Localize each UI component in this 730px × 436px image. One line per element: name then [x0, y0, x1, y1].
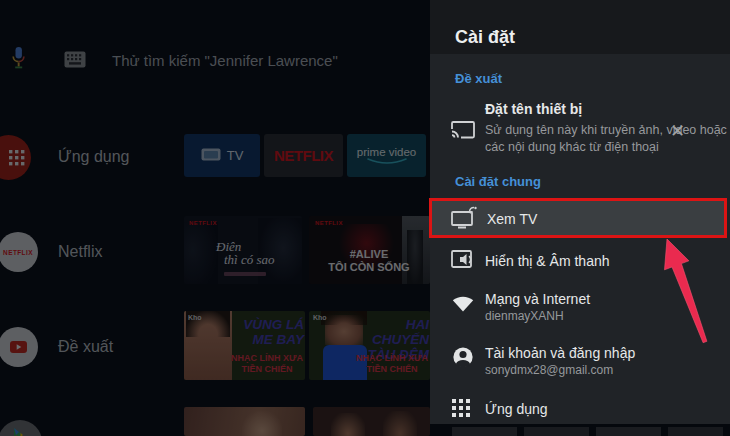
- android-tv-screen: Thử tìm kiếm "Jennifer Lawrence" Ứng dụn…: [0, 0, 730, 436]
- account-circle-icon: [452, 346, 474, 368]
- settings-item-sublabel: dienmayXANH: [485, 309, 564, 323]
- settings-item-label: Tài khoản và đăng nhập: [485, 345, 635, 361]
- close-icon[interactable]: ✕: [670, 122, 685, 140]
- settings-item-label: Mạng và Internet: [485, 291, 590, 307]
- settings-title: Cài đặt: [455, 27, 515, 48]
- apps-grid-icon: [452, 399, 470, 417]
- annotation-arrow: [640, 230, 730, 360]
- settings-item-apps[interactable]: Ứng dụng: [430, 392, 730, 426]
- suggestion-title: Đặt tên thiết bị: [485, 101, 582, 117]
- display-sound-icon: [451, 250, 475, 269]
- suggestion-desc-line2: các nội dung khác từ điện thoại: [485, 140, 659, 154]
- suggestion-desc-line1: Sử dụng tên này khi truyền ảnh, video ho…: [485, 123, 727, 137]
- cast-icon: [451, 121, 475, 140]
- settings-item-label: Hiển thị & Âm thanh: [485, 253, 610, 269]
- section-suggestions: Đề xuất: [455, 71, 502, 86]
- settings-item-sublabel: sonydmx28@gmail.com: [485, 363, 613, 377]
- wifi-icon: [451, 294, 475, 312]
- section-general-settings: Cài đặt chung: [455, 174, 541, 189]
- settings-item-label: Ứng dụng: [485, 401, 548, 417]
